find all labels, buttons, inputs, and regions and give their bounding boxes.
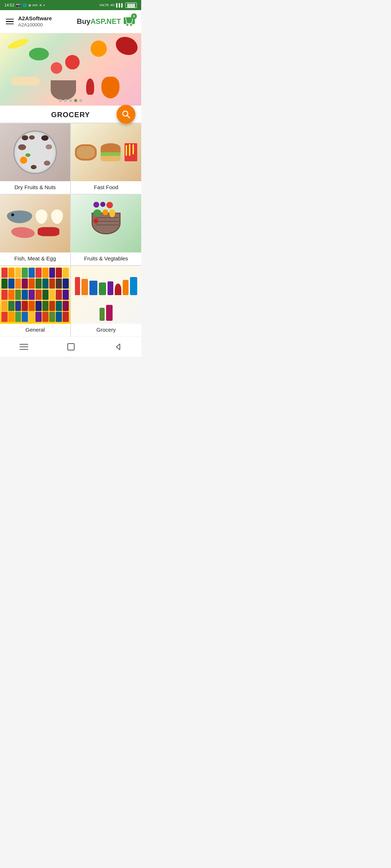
dot-1[interactable]	[59, 99, 62, 102]
banner-dots	[59, 99, 82, 102]
svg-rect-8	[68, 344, 74, 350]
category-item-fish-meat[interactable]: Fish, Meat & Egg	[0, 195, 70, 265]
ovo-icon: ovo	[33, 3, 38, 7]
category-image-fast-food	[71, 123, 141, 181]
fish-icon	[7, 210, 32, 223]
status-right: VoLTE 4G ▌▌▌ ▓▓▓	[99, 3, 137, 8]
category-image-grocery	[71, 266, 141, 324]
home-square-icon	[67, 342, 75, 351]
battery-icon: ▓▓▓	[125, 3, 137, 8]
can-icon	[115, 284, 121, 295]
app-header: A2ASoftware A2A100000 BuyASP.NET 0	[0, 10, 141, 33]
product-2	[123, 280, 129, 295]
bread-decor	[11, 77, 40, 86]
nav-menu-button[interactable]	[19, 343, 29, 351]
category-item-fast-food[interactable]: Fast Food	[71, 123, 141, 194]
product-4	[100, 308, 105, 321]
box-icon	[89, 281, 97, 295]
tomato2-decor	[51, 62, 62, 74]
meat-icon	[38, 227, 59, 236]
cart-badge: 0	[131, 13, 137, 19]
category-image-dry-fruits	[0, 123, 70, 181]
section-title: GROCERY	[51, 111, 90, 119]
pumpkin-decor	[101, 77, 119, 98]
salmon-icon	[11, 227, 35, 238]
egg-icon	[35, 209, 48, 224]
category-item-grocery[interactable]: Grocery	[71, 266, 141, 336]
chrome-icon: 🌐	[22, 3, 27, 7]
meat-decor	[116, 37, 138, 55]
logo-buy: Buy	[77, 17, 91, 25]
banana-decor	[7, 37, 30, 50]
logo-net: NET	[106, 17, 121, 25]
product-5	[106, 305, 113, 321]
header-left: A2ASoftware A2A100000	[6, 15, 52, 28]
user-name: A2ASoftware	[18, 15, 52, 22]
basket-decor	[51, 80, 76, 100]
svg-line-4	[127, 115, 130, 118]
promo-banner[interactable]	[0, 33, 141, 106]
dot-2[interactable]	[64, 99, 67, 102]
dot-indicator: •	[43, 3, 45, 7]
category-label-fast-food: Fast Food	[92, 181, 120, 190]
category-label-general: General	[24, 324, 46, 333]
volte-icon: VoLTE	[99, 3, 109, 7]
burger-icon	[101, 143, 121, 161]
dot-4-active[interactable]	[74, 99, 77, 102]
chicken-icon	[75, 144, 97, 161]
logo: BuyASP.NET 0	[77, 15, 135, 29]
search-fab-button[interactable]	[117, 105, 135, 124]
pepper-decor	[86, 78, 94, 95]
logo-asp: ASP	[91, 17, 105, 25]
bottle-icon	[75, 277, 80, 295]
menu-lines-icon	[19, 343, 29, 351]
hamburger-menu[interactable]	[6, 19, 14, 25]
wifi-icon: ⊕	[28, 3, 31, 7]
category-image-fruits-veg	[71, 195, 141, 252]
svg-point-1	[126, 24, 128, 26]
signal-4g-icon: 4G	[110, 3, 115, 7]
svg-point-2	[130, 24, 132, 26]
category-image-fish-meat	[0, 195, 70, 252]
nav-home-button[interactable]	[67, 342, 75, 351]
category-label-dry-fruits: Dry Fruits & Nuts	[13, 181, 57, 190]
back-arrow-icon	[113, 342, 122, 351]
signal-bars-icon: ▌▌▌	[116, 3, 124, 7]
fries-icon	[125, 143, 137, 161]
category-label-grocery: Grocery	[95, 324, 117, 333]
user-info: A2ASoftware A2A100000	[18, 15, 52, 28]
time: 14:52	[4, 3, 14, 7]
search-icon	[121, 110, 131, 119]
call-icon: ✕	[39, 3, 42, 7]
orange-decor	[91, 41, 107, 57]
packet-icon	[108, 281, 113, 295]
dot-3[interactable]	[69, 99, 72, 102]
category-image-general	[0, 266, 70, 324]
green-decor	[29, 48, 49, 60]
status-left: 14:52 📷 🌐 ⊕ ovo ✕ •	[4, 3, 45, 8]
category-item-general[interactable]: General	[0, 266, 70, 336]
category-item-fruits-veg[interactable]: Fruits & Vegtables	[71, 195, 141, 265]
section-header: GROCERY	[0, 106, 141, 123]
bottom-nav	[0, 336, 141, 357]
cart-button[interactable]: 0	[123, 15, 135, 29]
product-3	[130, 277, 137, 295]
category-grid: Dry Fruits & Nuts Fast Food	[0, 123, 141, 336]
svg-marker-9	[116, 344, 120, 350]
nav-back-button[interactable]	[113, 342, 122, 351]
status-bar: 14:52 📷 🌐 ⊕ ovo ✕ • VoLTE 4G ▌▌▌ ▓▓▓	[0, 0, 141, 10]
egg-icon-2	[51, 209, 63, 224]
bag-icon	[81, 279, 88, 295]
camera-icon: 📷	[16, 3, 21, 8]
banner-image	[0, 33, 141, 106]
category-label-fruits-veg: Fruits & Vegtables	[83, 252, 130, 261]
tomato1-decor	[65, 55, 80, 69]
category-item-dry-fruits[interactable]: Dry Fruits & Nuts	[0, 123, 70, 194]
logo-text: BuyASP.NET	[77, 17, 121, 26]
jar-icon	[99, 282, 106, 295]
user-id: A2A100000	[18, 22, 52, 28]
category-label-fish-meat: Fish, Meat & Egg	[13, 252, 57, 261]
dot-5[interactable]	[79, 99, 82, 102]
